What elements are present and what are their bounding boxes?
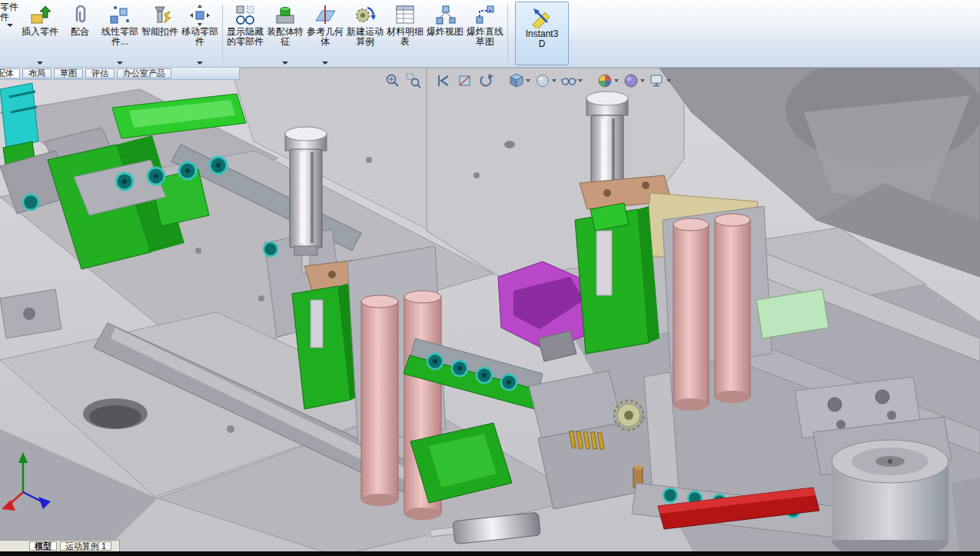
bill-of-materials-button[interactable]: 材料明细表 (385, 0, 425, 67)
exploded-view-icon (433, 2, 457, 27)
dropdown-caret-icon (526, 79, 530, 82)
reference-geometry-icon (313, 2, 337, 27)
assembly-3d-scene[interactable] (0, 68, 980, 556)
mate-button[interactable]: 配合 (60, 0, 100, 67)
rotate-view-icon (477, 72, 494, 89)
clipped-button-fragment[interactable]: 零件 件 (0, 0, 20, 67)
move-component-button[interactable]: 移动零部件 (180, 0, 220, 67)
ribbon-separator (222, 5, 223, 62)
smart-fastener-icon (148, 2, 172, 27)
dropdown-caret-icon (117, 62, 123, 65)
edit-appearance-button[interactable] (596, 72, 619, 89)
dropdown-caret-icon (666, 79, 671, 82)
dropdown-caret-icon (197, 62, 203, 65)
smart-fasteners-button[interactable]: 智能扣件 (140, 0, 180, 67)
model-tab[interactable]: 模型 (29, 541, 57, 551)
tab-assembly[interactable]: 配体 (0, 68, 20, 78)
show-hidden-components-button[interactable]: 显示隐藏的零部件 (225, 0, 265, 67)
instant3d-button[interactable]: Instant3D (515, 2, 569, 65)
dropdown-caret-icon (37, 62, 43, 65)
document-tab-bar: 模型 运动算例 1 (0, 540, 120, 551)
display-style-icon (534, 72, 551, 89)
bom-icon (393, 2, 417, 27)
display-style-button[interactable] (534, 72, 556, 89)
command-manager-tabstrip: 配体 布局 草图 评估 办公室产品 (0, 68, 240, 80)
show-hidden-icon (233, 2, 257, 27)
instant3d-icon (530, 5, 554, 29)
edit-appearance-icon (596, 72, 613, 89)
explode-line-sketch-button[interactable]: 爆炸直线草图 (465, 0, 505, 67)
assembly-features-button[interactable]: 装配体特征 (265, 0, 305, 67)
view-orientation-icon (508, 72, 525, 89)
zoom-to-fit-button[interactable] (384, 72, 401, 89)
mate-icon (68, 2, 92, 27)
move-component-icon (188, 2, 212, 27)
view-orientation-button[interactable] (508, 72, 530, 89)
zoom-to-area-icon (405, 72, 422, 89)
ribbon-separator (507, 5, 508, 62)
status-bar (0, 551, 980, 556)
tab-office-products[interactable]: 办公室产品 (117, 68, 171, 78)
insert-part-icon (28, 2, 52, 27)
reference-geometry-button[interactable]: 参考几何体 (305, 0, 345, 67)
motion-study-tab[interactable]: 运动算例 1 (60, 541, 111, 551)
graphics-viewport[interactable] (0, 68, 980, 556)
linear-component-pattern-button[interactable]: 线性零部件... (100, 0, 140, 67)
apply-scene-icon (623, 72, 639, 89)
motion-study-icon (353, 2, 377, 27)
rotate-view-button[interactable] (477, 72, 494, 89)
green-slide-right[interactable] (575, 203, 659, 354)
hide-show-items-button[interactable] (560, 72, 583, 89)
previous-view-button[interactable] (436, 72, 453, 89)
command-manager-ribbon: 零件 件 插入零件 配合 线性零部件... (0, 0, 980, 68)
dropdown-caret-icon (322, 62, 328, 65)
clipped-label-line2: 件 (0, 12, 9, 22)
previous-view-icon (436, 72, 453, 89)
apply-scene-button[interactable] (623, 72, 645, 89)
section-view-button[interactable] (457, 72, 473, 89)
linear-pattern-icon (108, 2, 132, 27)
zoom-to-fit-icon (384, 72, 401, 89)
dropdown-caret-icon (552, 79, 556, 82)
zoom-to-area-button[interactable] (405, 72, 422, 89)
view-settings-button[interactable] (649, 72, 671, 89)
exploded-view-button[interactable]: 爆炸视图 (425, 0, 465, 67)
dropdown-caret-icon (640, 79, 645, 82)
tab-sketch[interactable]: 草图 (54, 68, 83, 78)
dropdown-caret-icon (282, 62, 288, 65)
tab-evaluate[interactable]: 评估 (85, 68, 115, 78)
new-motion-study-button[interactable]: 新建运动算例 (345, 0, 385, 67)
dropdown-caret-icon (614, 79, 619, 82)
solidworks-window: 零件 件 插入零件 配合 线性零部件... (0, 0, 980, 556)
hide-show-items-icon (560, 72, 577, 89)
insert-part-button[interactable]: 插入零件 (20, 0, 60, 67)
view-settings-icon (649, 72, 666, 89)
section-view-icon (457, 72, 473, 89)
assembly-features-icon (273, 2, 297, 27)
dropdown-caret-icon (7, 24, 13, 27)
heads-up-view-toolbar (384, 72, 671, 89)
dropdown-caret-icon (578, 79, 583, 82)
tab-layout[interactable]: 布局 (22, 68, 51, 78)
explode-line-sketch-icon (473, 2, 497, 27)
